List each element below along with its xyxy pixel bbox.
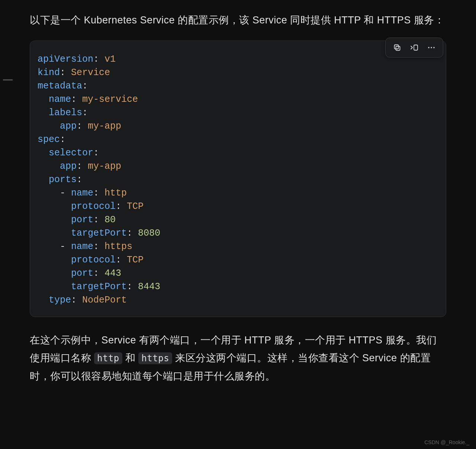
intro-paragraph: 以下是一个 Kubernetes Service 的配置示例，该 Service… [30,11,446,29]
yaml-value: 8443 [138,281,160,292]
yaml-value: https [104,241,132,252]
code-block-wrapper: apiVersion: v1 kind: Service metadata: n… [30,41,446,317]
more-icon [427,43,436,52]
inline-code-http: http [94,352,122,364]
article-body: 以下是一个 Kubernetes Service 的配置示例，该 Service… [0,0,476,396]
yaml-key: labels [49,107,82,118]
yaml-value: my-app [88,121,121,132]
inline-code-https: https [138,352,172,364]
insert-button[interactable] [406,40,423,55]
svg-rect-3 [414,45,418,50]
yaml-key: name [49,94,71,105]
yaml-key: selector [49,148,93,158]
yaml-key: targetPort [71,228,127,239]
copy-icon [393,43,402,52]
yaml-value: 80 [104,214,116,225]
yaml-key: app [60,121,77,132]
outro-text: 和 [122,352,139,364]
left-margin-mark [0,74,15,89]
yaml-key: name [71,241,93,252]
yaml-value: http [104,188,127,198]
svg-point-4 [428,47,430,48]
yaml-code-block[interactable]: apiVersion: v1 kind: Service metadata: n… [30,41,446,317]
yaml-key: kind [38,67,60,78]
yaml-key: apiVersion [38,54,93,65]
svg-point-6 [433,47,435,48]
yaml-key: port [71,214,93,225]
yaml-key: ports [49,174,77,185]
yaml-value: NodePort [82,295,127,306]
outro-paragraph: 在这个示例中，Service 有两个端口，一个用于 HTTP 服务，一个用于 H… [30,331,446,385]
svg-rect-2 [395,45,399,49]
yaml-value: v1 [104,54,116,65]
yaml-value: Service [71,67,110,78]
yaml-key: protocol [71,255,116,265]
yaml-value: 8080 [138,228,160,239]
more-button[interactable] [423,40,440,55]
yaml-key: protocol [71,201,116,212]
svg-rect-1 [396,46,400,50]
svg-point-5 [431,47,432,48]
yaml-value: TCP [127,201,144,212]
yaml-key: spec [38,134,60,145]
yaml-value: TCP [127,255,144,265]
copy-button[interactable] [389,40,406,55]
yaml-value: my-service [82,94,138,105]
code-actions-toolbar [385,38,443,58]
yaml-value: 443 [104,268,121,279]
yaml-value: my-app [88,161,121,172]
yaml-key: metadata [38,81,82,91]
yaml-key: targetPort [71,281,127,292]
yaml-key: app [60,161,77,172]
insert-icon [409,43,419,52]
yaml-key: name [71,188,93,198]
watermark: CSDN @_Rookie._ [424,439,469,445]
yaml-key: type [49,295,71,306]
yaml-key: port [71,268,93,279]
